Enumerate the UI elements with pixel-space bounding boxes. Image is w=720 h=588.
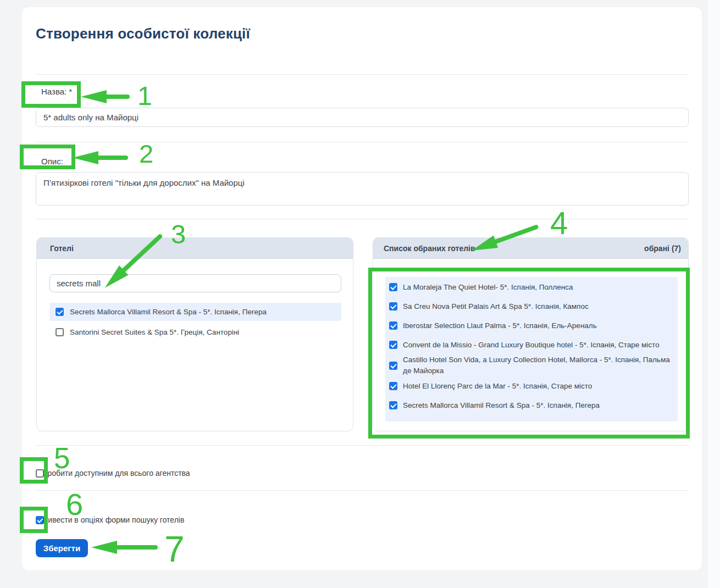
selected-hotel-label: Sa Creu Nova Petit Palais Art & Spa 5*. … [403, 301, 589, 312]
description-label: Опис: [41, 157, 63, 167]
hotel-search-results: Secrets Mallorca Villamil Resort & Spa -… [49, 303, 341, 343]
divider [36, 74, 689, 75]
selected-hotel-checkbox[interactable] [389, 321, 397, 330]
scrollbar-track[interactable] [707, 0, 720, 588]
selected-hotel-label: La Moraleja The Quiet Hotel- 5*. Іспанія… [403, 282, 573, 293]
divider [36, 445, 689, 446]
hotels-panel: Готелі Secrets Mallorca Villamil Resort … [36, 237, 353, 431]
share-agency-label: Зробити доступним для всього агентства [43, 469, 190, 478]
name-input[interactable] [36, 108, 689, 127]
divider [36, 219, 689, 219]
selected-hotel-item[interactable]: Convent de la Missio - Grand Luxury Bout… [385, 335, 678, 354]
divider [36, 490, 689, 491]
selected-hotels-list: La Moraleja The Quiet Hotel- 5*. Іспанія… [385, 277, 678, 421]
selected-hotel-label: Castillo Hotel Son Vida, a Luxury Collec… [403, 354, 671, 376]
description-textarea[interactable]: П’ятизіркові готелі "тільки для дорослих… [36, 172, 689, 206]
selected-hotel-checkbox[interactable] [389, 341, 397, 349]
hotel-search-input[interactable] [49, 274, 341, 292]
hotel-checkbox[interactable] [56, 308, 64, 316]
selected-hotel-item[interactable]: Secrets Mallorca Villamil Resort & Spa -… [385, 396, 678, 415]
selected-panel-title: Список обраних готелів [373, 244, 475, 253]
selected-hotel-item[interactable]: Sa Creu Nova Petit Palais Art & Spa 5*. … [385, 297, 678, 316]
create-collection-card: Створення особистої колекції Назва: * Оп… [22, 7, 702, 570]
selected-hotel-item[interactable]: La Moraleja The Quiet Hotel- 5*. Іспанія… [385, 278, 678, 297]
selected-count-badge: обрані (7) [644, 244, 681, 253]
hotel-checkbox[interactable] [56, 328, 64, 336]
page-title: Створення особистої колекції [36, 25, 250, 42]
hotels-panel-header: Готелі [37, 238, 353, 259]
hotels-panel-title: Готелі [37, 244, 74, 253]
save-button[interactable]: Зберегти [36, 539, 88, 557]
selected-panel-header: Список обраних готелів обрані (7) [373, 238, 688, 259]
selected-hotel-checkbox[interactable] [389, 362, 397, 370]
selected-hotel-label: Hotel El Llorenç Parc de la Mar - 5*. Іс… [403, 381, 592, 392]
selected-hotel-checkbox[interactable] [389, 302, 397, 310]
divider [36, 142, 689, 142]
selected-hotel-label: Iberostar Selection Llaut Palma - 5*. Іс… [403, 320, 597, 331]
selected-hotel-label: Convent de la Missio - Grand Luxury Bout… [403, 340, 660, 351]
selected-hotel-label: Secrets Mallorca Villamil Resort & Spa -… [403, 400, 600, 411]
hotel-list-item[interactable]: Secrets Mallorca Villamil Resort & Spa -… [49, 303, 341, 321]
selected-hotel-item[interactable]: Hotel El Llorenç Parc de la Mar - 5*. Іс… [385, 376, 678, 396]
show-in-search-label: Вивести в опціях форми пошуку готелів [43, 515, 184, 525]
hotel-label: Secrets Mallorca Villamil Resort & Spa -… [70, 308, 267, 316]
hotel-list-item[interactable]: Santorini Secret Suites & Spa 5*. Греція… [49, 323, 341, 341]
page: Створення особистої колекції Назва: * Оп… [0, 0, 720, 588]
name-label: Назва: * [41, 87, 72, 97]
hotel-label: Santorini Secret Suites & Spa 5*. Греція… [70, 328, 239, 336]
selected-hotel-checkbox[interactable] [389, 283, 397, 291]
selected-hotels-panel: Список обраних готелів обрані (7) La Mor… [373, 237, 689, 431]
selected-hotel-checkbox[interactable] [389, 401, 397, 409]
selected-hotel-item[interactable]: Castillo Hotel Son Vida, a Luxury Collec… [385, 354, 678, 376]
selected-hotel-checkbox[interactable] [389, 382, 397, 390]
selected-hotel-item[interactable]: Iberostar Selection Llaut Palma - 5*. Іс… [385, 316, 678, 335]
